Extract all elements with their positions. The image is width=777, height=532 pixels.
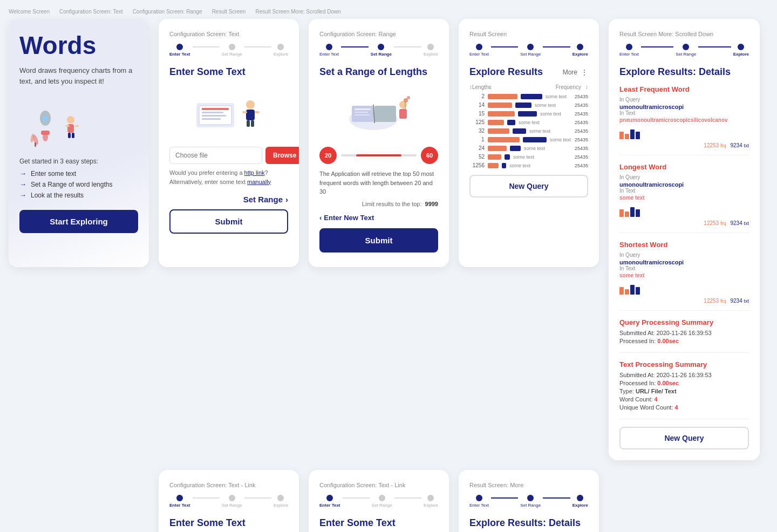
config-link2-label: Configuration Screen: Text - Link: [319, 482, 438, 488]
result-stepper: Enter Text Set Range Explore: [469, 44, 588, 57]
section-title-1: Longest Word: [619, 163, 749, 171]
screen-label-config: Configuration Screen: Text: [59, 9, 123, 15]
step-enter-text: Enter Text: [169, 44, 190, 57]
svg-point-4: [43, 133, 48, 141]
sl-more2: [543, 497, 570, 499]
table-row: 1 some text 25435: [469, 137, 588, 142]
section-title-0: Least Frequent Word: [619, 85, 749, 93]
stepper-line-r1: [341, 46, 369, 47]
row-text: some text: [509, 163, 531, 168]
bar-dark: [521, 94, 542, 99]
row-text: some text: [546, 94, 567, 99]
arrow-icon-2: →: [19, 180, 26, 188]
file-input-row: Browse: [169, 147, 288, 164]
bar-orange: [488, 94, 517, 99]
svg-point-36: [407, 96, 410, 99]
step-item-3: → Look at the results: [19, 191, 138, 199]
steps-label: Get started in 3 easy steps:: [19, 158, 138, 165]
start-exploring-button[interactable]: Start Exploring: [19, 210, 138, 233]
step-sr-link: Set Range: [222, 495, 242, 508]
row-freq: 25435: [575, 94, 588, 99]
config-text-submit-button[interactable]: Submit: [169, 209, 288, 234]
row-freq: 25435: [575, 137, 588, 142]
table-row: 2 some text 25435: [469, 93, 588, 99]
sl-link2a: [343, 497, 370, 499]
svg-rect-8: [75, 125, 79, 127]
more-dots-icon[interactable]: ⋮: [581, 68, 588, 77]
set-range-nav-button[interactable]: Set Range ›: [243, 195, 288, 204]
svg-rect-34: [399, 109, 407, 119]
svg-rect-28: [374, 106, 396, 122]
svg-rect-9: [68, 133, 71, 138]
limit-label: Limit results to the top:: [362, 201, 422, 207]
config-text-hint: Would you prefer entering a http link? A…: [169, 168, 288, 186]
config-range-submit-button[interactable]: Submit: [319, 228, 438, 253]
step-exp-link: Explore: [274, 495, 288, 508]
row-freq: 25435: [575, 154, 588, 160]
details-section-3: Query Processing Summary Submitted At: 2…: [619, 318, 749, 353]
http-link[interactable]: http link: [244, 169, 265, 176]
step-item-1: → Enter some text: [19, 169, 138, 178]
enter-new-text-back-button[interactable]: ‹ Enter New Text: [319, 214, 374, 222]
result-new-query-button[interactable]: New Query: [469, 175, 588, 197]
row-num: 1256: [469, 162, 485, 168]
bar-dark: [515, 103, 531, 108]
bar-dark: [513, 128, 526, 134]
bar-orange: [488, 137, 520, 142]
details-section-4: Text Processing Summary Submitted At: 20…: [619, 360, 749, 419]
config-text-title: Enter Some Text: [169, 66, 288, 78]
row-freq: 25435: [575, 111, 588, 117]
row-text: some text: [513, 154, 535, 160]
bar-orange: [488, 103, 512, 108]
config-text-illustration: [169, 85, 288, 139]
row-freq: 25435: [575, 103, 588, 108]
file-input[interactable]: [169, 147, 262, 164]
result-title: Explore Results: [469, 66, 543, 78]
sl-link2: [244, 497, 271, 499]
browse-button[interactable]: Browse: [265, 147, 299, 164]
limit-row: Limit results to the top: 9999: [319, 201, 438, 207]
range-track[interactable]: [341, 154, 417, 156]
screen-label-scrolled: Result Screen More: Scrolled Down: [255, 9, 340, 15]
stepper-line-1: [193, 46, 220, 47]
manually-link[interactable]: manually: [247, 179, 271, 185]
sort-icon-frequency[interactable]: ↕: [585, 84, 588, 90]
details-section-0: Least Frequent Word In Query umonoultram…: [619, 85, 749, 155]
bar-orange: [488, 120, 504, 125]
more-button[interactable]: More: [563, 69, 577, 76]
sl-link1: [193, 497, 220, 499]
step-explore-r: Explore: [424, 44, 438, 57]
stepper-line-2: [244, 46, 271, 47]
scrolled-new-query-button[interactable]: New Query: [619, 427, 749, 449]
range-min-bubble: 20: [319, 147, 337, 164]
svg-point-3: [43, 116, 48, 121]
config-text-card: Configuration Screen: Text Enter Text Se…: [159, 19, 299, 267]
svg-rect-10: [72, 133, 74, 138]
range-max-bubble: 60: [421, 147, 438, 164]
step-enter-text-r: Enter Text: [319, 44, 339, 57]
svg-rect-22: [242, 111, 247, 113]
row-num: 52: [469, 154, 485, 160]
welcome-subtitle: Word draws frequency charts from a text,…: [19, 65, 138, 86]
config-range-stepper: Enter Text Set Range Explore: [319, 44, 438, 57]
table-row: 15 some text 25435: [469, 111, 588, 117]
step-et-link: Enter Text: [169, 495, 190, 508]
svg-point-20: [246, 100, 255, 109]
config-text-link2-card: Configuration Screen: Text - Link Enter …: [309, 470, 449, 532]
row-freq: 25435: [575, 146, 588, 151]
result-rows: 2 some text 25435 14 some text 25435 15 …: [469, 93, 588, 168]
config-range-illustration: [319, 85, 438, 139]
step-sr-link2: Set Range: [372, 495, 392, 508]
svg-point-5: [67, 116, 74, 124]
step-et-more: Enter Text: [469, 495, 489, 508]
result-scrolled-card: Result Screen More: Scrolled Down Enter …: [609, 19, 760, 460]
sl-link2b: [394, 497, 421, 499]
stepper-line-sc2: [698, 46, 731, 47]
details-section-1: Longest Word In Query umonoultramicrosco…: [619, 163, 749, 233]
config-text-nav: Set Range ›: [169, 195, 288, 204]
svg-rect-27: [352, 106, 373, 122]
bar-dark: [523, 137, 547, 142]
result-more-label: Result Screen: More: [469, 482, 588, 488]
step-sr-more: Set Range: [520, 495, 541, 508]
config-link-title: Enter Some Text: [169, 517, 288, 529]
